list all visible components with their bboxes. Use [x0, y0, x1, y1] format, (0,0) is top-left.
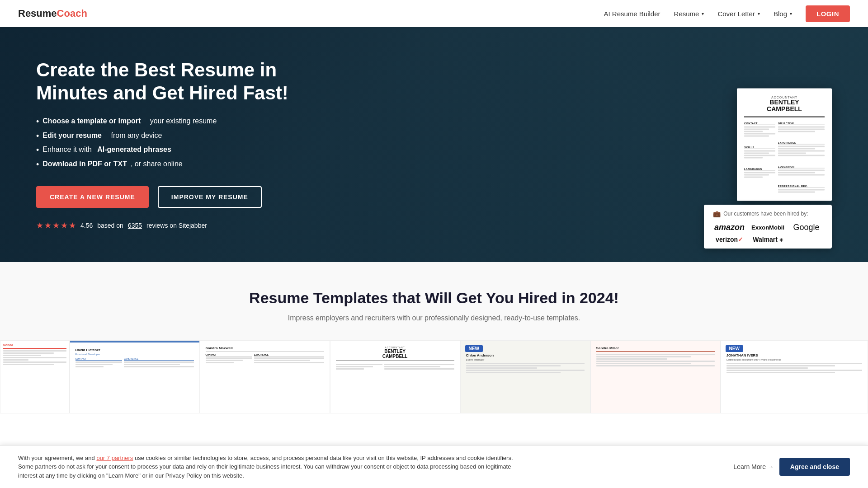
star-4: ★ [61, 221, 68, 230]
amazon-logo: amazon [714, 223, 745, 232]
nav-cover-letter[interactable]: Cover Letter ▾ [717, 10, 760, 18]
nav-blog[interactable]: Blog ▾ [774, 10, 792, 18]
verizon-logo: verizon✓ [716, 236, 743, 243]
logo-resume: Resume [18, 8, 57, 19]
template-card-3[interactable]: Sandra Maxwell Contact Experience [200, 340, 330, 413]
chevron-down-icon: ▾ [702, 11, 704, 16]
rating-platform: reviews on Sitejabber [146, 222, 207, 229]
chevron-down-icon: ▾ [790, 11, 792, 16]
star-2: ★ [44, 221, 52, 230]
template-card-7[interactable]: NEW JONATHAN IVERS Certified public acco… [721, 340, 868, 413]
company-logos: amazon ExxonMobil Google verizon✓ Walmar… [713, 223, 823, 243]
star-1: ★ [36, 221, 43, 230]
new-badge-2: NEW [726, 345, 743, 352]
hired-by-title: 💼 Our customers have been hired by: [713, 210, 823, 217]
bullet-2: Edit your resume from any device [36, 131, 326, 141]
rating-text: based on [97, 222, 123, 229]
template-card-5[interactable]: NEW Chloe Anderson Event Manager [460, 340, 590, 413]
logo[interactable]: ResumeCoach [18, 8, 87, 19]
nav-ai-resume-builder[interactable]: AI Resume Builder [604, 10, 660, 18]
bullet-1: Choose a template or Import your existin… [36, 117, 326, 127]
resume-header: ACCOUNTANT BENTLEYCAMPBELL [744, 96, 825, 117]
hero-title: Create the Best Resume in Minutes and Ge… [36, 59, 326, 104]
bullet-3: Enhance it with AI-generated phrases [36, 145, 326, 155]
exxon-logo: ExxonMobil [751, 224, 784, 231]
login-button[interactable]: LOGIN [806, 5, 850, 22]
hero-section: Create the Best Resume in Minutes and Ge… [0, 27, 868, 262]
improve-resume-button[interactable]: IMPROVE MY RESUME [158, 186, 262, 208]
briefcase-icon: 💼 [713, 210, 721, 217]
star-5-half: ★ [69, 221, 76, 230]
rating-score: 4.56 [80, 222, 93, 229]
hero-content: Create the Best Resume in Minutes and Ge… [0, 59, 362, 230]
bullet-4: Download in PDF or TXT, or share online [36, 160, 326, 170]
hero-bullets: Choose a template or Import your existin… [36, 117, 326, 169]
resume-preview-card: ACCOUNTANT BENTLEYCAMPBELL CONTACT SKILL… [737, 89, 832, 201]
google-logo: Google [793, 223, 820, 232]
hero-rating: ★ ★ ★ ★ ★ 4.56 based on 6355 reviews on … [36, 221, 326, 230]
chevron-down-icon: ▾ [758, 11, 760, 16]
logo-coach: Coach [57, 8, 87, 19]
template-card-1[interactable]: Noboa [0, 340, 70, 413]
templates-subtitle: Impress employers and recruiters with ou… [0, 314, 868, 322]
resume-left-col: CONTACT SKILLS LANGUAGES [744, 122, 775, 193]
new-badge: NEW [465, 345, 483, 352]
nav-links: AI Resume Builder Resume ▾ Cover Letter … [604, 5, 850, 22]
templates-carousel: Noboa David Fletcher Front-end Developer… [0, 340, 868, 413]
nav-resume[interactable]: Resume ▾ [674, 10, 704, 18]
template-card-6[interactable]: Sandra Miller [590, 340, 721, 413]
navbar: ResumeCoach AI Resume Builder Resume ▾ C… [0, 0, 868, 27]
resume-right-col: OBJECTIVE EXPERIENCE EDUCATION PROFESSIO… [778, 122, 825, 193]
template-card-2[interactable]: David Fletcher Front-end Developer Conta… [70, 340, 200, 413]
walmart-logo: Walmart ✳ [753, 236, 783, 243]
resume-body: CONTACT SKILLS LANGUAGES OBJECTIVE [744, 122, 825, 193]
star-3: ★ [52, 221, 60, 230]
resume-person-name: BENTLEYCAMPBELL [744, 99, 825, 113]
hired-by-box: 💼 Our customers have been hired by: amaz… [704, 205, 832, 249]
create-resume-button[interactable]: CREATE A NEW RESUME [36, 186, 149, 208]
rating-count-link[interactable]: 6355 [128, 222, 142, 229]
star-rating: ★ ★ ★ ★ ★ [36, 221, 76, 230]
templates-title: Resume Templates that Will Get You Hired… [0, 289, 868, 307]
templates-section: Resume Templates that Will Get You Hired… [0, 262, 868, 413]
hero-buttons: CREATE A NEW RESUME IMPROVE MY RESUME [36, 186, 326, 208]
template-card-4[interactable]: ACCOUNTANT BENTLEYCAMPBELL [330, 340, 460, 413]
